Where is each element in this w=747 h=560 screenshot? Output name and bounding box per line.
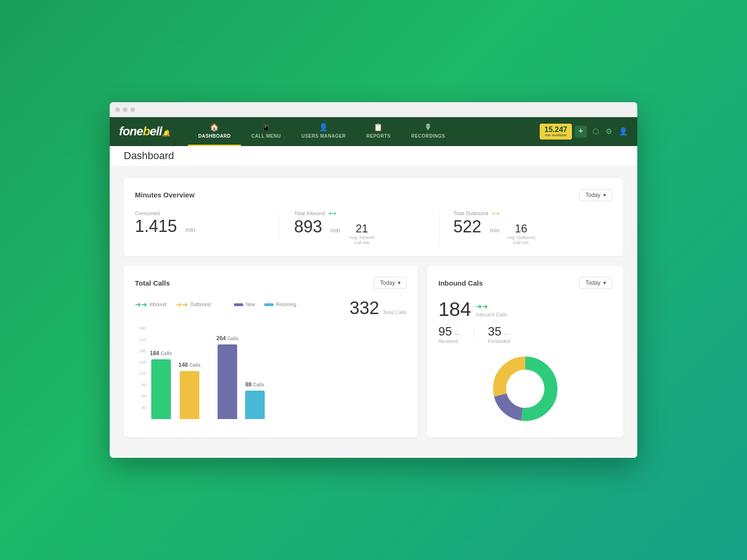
- chevron-down-icon: ▾: [603, 192, 606, 198]
- inbound-arrow-icon: ➜➜: [328, 210, 336, 217]
- returning-bar: [245, 391, 265, 419]
- overview-grid: Consumed 1.415 min Total Inbound ➜➜ 893: [135, 210, 612, 245]
- inbound-avg-label: Avg. Inbound Call min: [348, 235, 376, 245]
- nav-icon-row: ⬡ ⚙ 👤: [592, 127, 628, 136]
- forwarded-stat: 35 — Forwarded: [488, 324, 510, 344]
- outbound-avg: 16 Avg. Outbound Call min: [507, 222, 535, 245]
- usersmanager-icon: 👤: [319, 123, 329, 132]
- inbound-stat: Total Inbound ➜➜ 893 min 21 Avg. Inbound…: [294, 210, 439, 245]
- inbound-cals-filter-label: Today: [585, 280, 600, 286]
- legend-new: New: [234, 302, 255, 307]
- minutes-filter-label: Today: [585, 192, 600, 198]
- chart-bars: 184 Calls 148 Calls 264 Calls: [150, 326, 407, 419]
- inbound-value: 893: [294, 218, 322, 235]
- nav-tab-usersmanager-label: USERS MANAGER: [301, 133, 345, 139]
- total-calls-filter-label: Today: [380, 280, 395, 286]
- outbound-value: 522: [453, 218, 481, 235]
- forwarded-dash-icon: —: [504, 331, 509, 336]
- outbound-bar: [180, 371, 199, 419]
- received-stat: 95 — Received: [438, 324, 459, 344]
- bar-chart: 240 210 180 150 120 90 60 30 184 Calls: [135, 326, 407, 419]
- consumed-label: Consumed: [135, 210, 266, 216]
- browser-dot-1: [115, 107, 120, 112]
- minutes-sub-label: min available: [545, 133, 567, 138]
- legend-inbound: ➜➜ Inbound: [135, 300, 166, 309]
- main-nav: fonebell🔔 🏠 DASHBOARD 📱 CALL MENU 👤 USER…: [110, 117, 637, 146]
- legend-new-returning: New Returning: [234, 302, 296, 307]
- nav-tab-recordings-label: RECORDINGS: [411, 133, 445, 139]
- total-calls-legend: ➜➜ Inbound ➜➜ Outbound New: [135, 300, 296, 309]
- inbound-avg-num: 21: [356, 222, 368, 235]
- consumed-stat: Consumed 1.415 min: [135, 210, 280, 245]
- nav-right: 15.247 min available + ⬡ ⚙ 👤: [540, 124, 628, 140]
- outbound-avg-num: 16: [515, 222, 528, 235]
- chevron-down-icon-2: ▾: [398, 280, 401, 286]
- nav-tab-callmenu-label: CALL MENU: [251, 133, 281, 139]
- inbound-legend-arrow: ➜➜: [135, 300, 147, 309]
- bar-outbound: 148 Calls: [178, 362, 200, 419]
- page-title: Dashboard: [124, 150, 174, 162]
- nav-tab-recordings[interactable]: 🎙 RECORDINGS: [401, 117, 456, 146]
- bar-inbound: 184 Calls: [150, 350, 172, 419]
- legend-outbound: ➜➜ Outbound: [176, 300, 211, 309]
- callmenu-icon: 📱: [261, 123, 271, 132]
- total-calls-number: 332: [350, 298, 379, 318]
- recordings-icon: 🎙: [424, 123, 432, 132]
- nav-tab-callmenu[interactable]: 📱 CALL MENU: [241, 117, 291, 146]
- new-legend-dot: [234, 303, 243, 306]
- nav-tab-reports-label: REPORTS: [366, 133, 391, 139]
- inbound-cals-card: Inbound Cals Today ▾ 184 ➜➜ Inbound Call…: [427, 266, 623, 437]
- consumed-unit: min: [185, 226, 195, 233]
- legend-outbound-label: Outbound: [190, 302, 211, 307]
- reports-icon: 📋: [374, 123, 383, 132]
- total-calls-summary: 332 Total Calls: [350, 298, 407, 318]
- bar-new: 264 Calls: [217, 335, 239, 419]
- browser-window: fonebell🔔 🏠 DASHBOARD 📱 CALL MENU 👤 USER…: [110, 102, 637, 458]
- minutes-filter-dropdown[interactable]: Today ▾: [579, 189, 612, 201]
- minutes-value: 15.247: [544, 126, 567, 134]
- bar-returning: 88 Calls: [245, 381, 265, 419]
- donut-chart-container: [438, 351, 612, 426]
- donut-chart: [488, 351, 563, 426]
- browser-bar: [110, 102, 637, 117]
- main-content: Minutes Overview Today ▾ Consumed 1.415 …: [110, 167, 637, 458]
- new-bar: [218, 344, 237, 419]
- forwarded-label: Forwarded: [488, 339, 510, 344]
- outbound-legend-arrow: ➜➜: [176, 300, 188, 309]
- inbound-cals-title: Inbound Cals: [438, 279, 483, 287]
- legend-returning-label: Returning: [276, 302, 296, 307]
- consumed-value: 1.415: [135, 218, 177, 235]
- inbound-avg: 21 Avg. Inbound Call min: [348, 222, 376, 245]
- nav-tab-dashboard[interactable]: 🏠 DASHBOARD: [188, 117, 241, 146]
- minutes-badge: 15.247 min available: [540, 124, 572, 140]
- nav-tab-reports[interactable]: 📋 REPORTS: [356, 117, 401, 146]
- inbound-total-arrow-icon: ➜➜: [476, 302, 507, 311]
- legend-inbound-label: Inbound: [149, 302, 166, 307]
- minutes-overview-card: Minutes Overview Today ▾ Consumed 1.415 …: [124, 178, 623, 257]
- shield-icon[interactable]: ⬡: [592, 127, 599, 136]
- minutes-overview-header: Minutes Overview Today ▾: [135, 189, 612, 201]
- dashboard-icon: 🏠: [210, 123, 219, 132]
- add-minutes-button[interactable]: +: [575, 126, 587, 138]
- total-calls-label: Total Calls: [383, 309, 407, 315]
- inbound-cals-filter-dropdown[interactable]: Today ▾: [579, 277, 612, 289]
- outbound-label: Total Outbound ➜➜: [453, 210, 584, 217]
- legend-new-label: New: [246, 302, 255, 307]
- nav-tabs: 🏠 DASHBOARD 📱 CALL MENU 👤 USERS MANAGER …: [188, 117, 540, 146]
- chevron-down-icon-3: ▾: [603, 280, 606, 286]
- inbound-label: Total Inbound ➜➜: [294, 210, 425, 217]
- outbound-unit: min: [490, 227, 500, 234]
- logo[interactable]: fonebell🔔: [119, 124, 169, 139]
- page-header-bar: Dashboard: [110, 146, 637, 167]
- total-calls-filter-dropdown[interactable]: Today ▾: [374, 277, 407, 289]
- inbound-cals-header: Inbound Cals Today ▾: [438, 277, 612, 289]
- forwarded-num: 35: [488, 324, 501, 339]
- returning-legend-dot: [264, 303, 274, 306]
- settings-icon[interactable]: ⚙: [606, 127, 612, 136]
- total-calls-card: Total Calls Today ▾ ➜➜ Inbound ➜➜: [124, 266, 418, 437]
- nav-tab-usersmanager[interactable]: 👤 USERS MANAGER: [291, 117, 356, 146]
- outbound-avg-label: Avg. Outbound Call min: [507, 235, 535, 245]
- inbound-cals-total-label: Inbound Calls: [476, 312, 507, 317]
- inbound-total-info: ➜➜ Inbound Calls: [476, 302, 507, 317]
- user-profile-icon[interactable]: 👤: [619, 127, 628, 136]
